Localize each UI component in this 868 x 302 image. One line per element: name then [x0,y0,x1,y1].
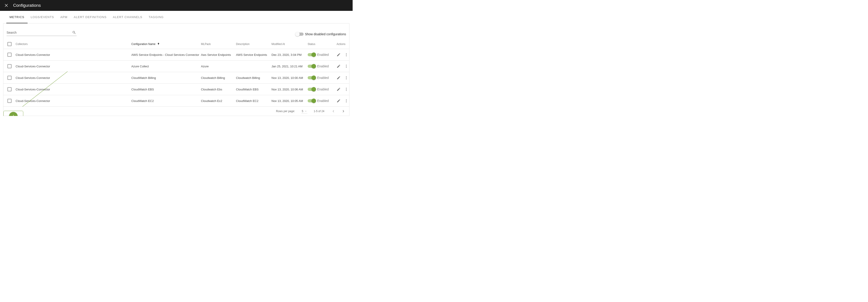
status-toggle[interactable] [308,53,315,56]
status-toggle[interactable] [308,99,315,102]
status-label: Enabled [317,53,329,57]
cell-description: CloudWatch EBS [236,88,272,91]
cell-config-name: CloudWatch Billing [131,76,201,80]
status-toggle[interactable] [308,88,315,91]
more-icon[interactable] [344,99,348,103]
cell-mlpack: Cloudwatch Ebs [201,88,236,91]
toolbar: Show disabled configurations [3,24,349,36]
svg-point-16 [346,102,347,102]
cell-actions [335,64,349,68]
edit-icon[interactable] [337,76,341,80]
row-checkbox[interactable] [7,53,11,57]
cell-collector: Cloud-Services-Connector [16,76,131,80]
toggle-thumb [295,32,300,36]
row-checkbox[interactable] [7,87,11,91]
edit-icon[interactable] [337,64,341,68]
table-row: Cloud-Services-Connector CloudWatch EBS … [3,84,349,95]
table-row: Cloud-Services-Connector AWS Service End… [3,49,349,61]
status-toggle[interactable] [308,65,315,68]
pagination-bar: Rows per page: 5 1-5 of 24 [3,107,349,116]
cell-config-name: CloudWatch EBS [131,88,201,91]
search-field [6,30,76,36]
add-config-fab[interactable] [9,112,18,116]
next-page-button[interactable] [341,109,346,114]
column-header-config-name[interactable]: Configuration Name [131,42,201,46]
cell-mlpack: Cloudwatch Billing [201,76,236,80]
cell-description: AWS Service Endpoints [236,53,272,57]
search-icon[interactable] [72,31,76,35]
row-checkbox[interactable] [7,64,11,68]
cell-collector: Cloud-Services-Connector [16,65,131,68]
cell-status: Enabled [308,64,335,68]
column-header-modified[interactable]: Modified At [272,42,308,46]
fab-highlight-box [3,111,23,116]
cell-status: Enabled [308,99,335,102]
close-icon[interactable] [4,3,9,8]
table-row: Cloud-Services-Connector Azure Collect A… [3,61,349,72]
tab-logs-events[interactable]: LOGS/EVENTS [28,11,57,23]
svg-point-14 [346,99,347,100]
more-icon[interactable] [344,53,348,57]
edit-icon[interactable] [337,53,341,57]
search-input[interactable] [6,30,76,36]
tabs-bar: METRICSLOGS/EVENTSAPMALERT DEFINITIONSAL… [3,11,349,24]
toggle-thumb [311,76,316,80]
cell-description: CloudWatch EC2 [236,99,272,102]
prev-page-button[interactable] [331,109,336,114]
more-icon[interactable] [344,87,348,91]
tab-apm[interactable]: APM [57,11,70,23]
column-header-description[interactable]: Description [236,42,272,46]
svg-point-6 [346,66,347,67]
table-header: Collectors Configuration Name MLPack Des… [3,39,349,49]
header-bar: Configurations [0,0,352,11]
cell-mlpack: Aws Service Endpoints [201,53,236,57]
sort-asc-icon [157,42,160,46]
cell-status: Enabled [308,76,335,80]
toggle-thumb [311,64,316,68]
status-label: Enabled [317,88,329,91]
dropdown-icon [305,110,307,112]
svg-point-2 [346,53,347,54]
more-icon[interactable] [344,64,348,68]
edit-icon[interactable] [337,99,341,103]
cell-status: Enabled [308,88,335,91]
toggle-thumb [311,53,316,57]
status-label: Enabled [317,99,329,102]
cell-modified: Nov 13, 2020, 10:05 AM [272,99,308,102]
cell-config-name: CloudWatch EC2 [131,99,201,102]
cell-modified: Jan 25, 2021, 10:21 AM [272,65,308,68]
svg-point-11 [346,88,347,88]
svg-point-5 [346,65,347,65]
cell-config-name: Azure Collect [131,65,201,68]
cell-collector: Cloud-Services-Connector [16,99,131,102]
cell-collector: Cloud-Services-Connector [16,88,131,91]
show-disabled-toggle-wrap: Show disabled configurations [296,32,346,36]
tab-metrics[interactable]: METRICS [6,11,28,23]
tab-tagging[interactable]: TAGGING [146,11,167,23]
svg-point-13 [346,90,347,91]
column-header-mlpack[interactable]: MLPack [201,42,236,46]
edit-icon[interactable] [337,87,341,91]
rows-per-page-select[interactable]: 5 [301,109,307,114]
svg-point-12 [346,89,347,90]
cell-modified: Dec 23, 2020, 3:04 PM [272,53,308,57]
status-toggle[interactable] [308,76,315,79]
row-checkbox[interactable] [7,76,11,80]
select-all-checkbox[interactable] [7,42,11,46]
more-icon[interactable] [344,76,348,80]
row-checkbox[interactable] [7,99,11,103]
table-row: Cloud-Services-Connector CloudWatch Bill… [3,72,349,84]
svg-point-7 [346,67,347,68]
column-header-status[interactable]: Status [308,42,335,46]
toggle-thumb [311,98,316,103]
cell-modified: Nov 13, 2020, 10:00 AM [272,76,308,80]
tab-alert-channels[interactable]: ALERT CHANNELS [110,11,145,23]
tab-alert-definitions[interactable]: ALERT DEFINITIONS [70,11,110,23]
cell-mlpack: Azure [201,65,236,68]
svg-point-3 [346,55,347,55]
svg-point-4 [346,56,347,56]
svg-point-9 [346,78,347,78]
show-disabled-toggle[interactable] [296,33,304,36]
column-header-collectors[interactable]: Collectors [16,42,131,46]
content-panel: Show disabled configurations Collectors … [3,24,349,116]
